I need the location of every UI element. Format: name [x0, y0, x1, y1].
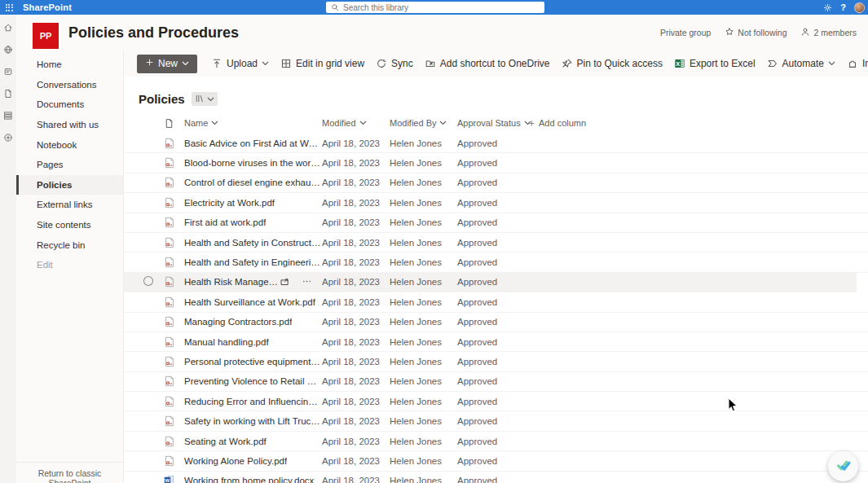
- modified-by-cell[interactable]: Helen Jones: [390, 158, 457, 168]
- settings-gear-icon[interactable]: [823, 3, 832, 12]
- modified-by-cell[interactable]: Helen Jones: [390, 138, 457, 148]
- file-name-cell[interactable]: First aid at work.pdf: [179, 217, 322, 227]
- modified-by-cell[interactable]: Helen Jones: [390, 257, 457, 267]
- file-name-cell[interactable]: Working Alone Policy.pdf: [179, 456, 322, 466]
- table-row[interactable]: Manual handling.pdf April 18, 2023 Helen…: [124, 332, 868, 352]
- sidebar-item-external-links[interactable]: External links: [16, 195, 123, 215]
- modified-by-cell[interactable]: Helen Jones: [390, 198, 457, 208]
- table-row[interactable]: Basic Advice on First Aid at Work.pdf Ap…: [124, 134, 868, 153]
- globe-icon[interactable]: [3, 45, 13, 55]
- table-row[interactable]: Control of diesel engine exhaust.pdf Apr…: [124, 173, 868, 193]
- members-button[interactable]: 2 members: [800, 27, 857, 38]
- file-name-cell[interactable]: Personal protective equipment at work.pd…: [179, 357, 322, 367]
- modified-by-cell[interactable]: Helen Jones: [390, 416, 457, 426]
- export-to-excel-button[interactable]: XExport to Excel: [668, 53, 761, 74]
- pin-to-quick-access-button[interactable]: Pin to Quick access: [556, 53, 668, 74]
- modified-by-cell[interactable]: Helen Jones: [390, 437, 457, 446]
- column-header-approval-status[interactable]: Approval Status: [457, 118, 528, 128]
- file-name-cell[interactable]: Managing Contractors.pdf: [179, 317, 322, 327]
- modified-by-cell[interactable]: Helen Jones: [390, 376, 457, 386]
- file-name-cell[interactable]: Working from home policy.docx: [179, 476, 322, 483]
- table-row[interactable]: Safety in working with Lift Trucks.pdf A…: [124, 411, 868, 431]
- file-name-cell[interactable]: Manual handling.pdf: [179, 337, 322, 347]
- modified-by-cell[interactable]: Helen Jones: [390, 178, 457, 187]
- return-classic-link[interactable]: Return to classic SharePoint: [16, 462, 123, 483]
- modified-by-cell[interactable]: Helen Jones: [390, 397, 457, 406]
- table-row[interactable]: Working Alone Policy.pdf April 18, 2023 …: [124, 451, 868, 471]
- column-header-modified-by[interactable]: Modified By: [390, 118, 457, 128]
- file-name-cell[interactable]: Electricity at Work.pdf: [179, 198, 322, 208]
- upload-button[interactable]: Upload: [205, 53, 275, 74]
- table-row[interactable]: First aid at work.pdf April 18, 2023 Hel…: [124, 213, 868, 233]
- follow-button[interactable]: Not following: [725, 27, 786, 38]
- modified-by-cell[interactable]: Helen Jones: [390, 317, 457, 327]
- home-icon[interactable]: [3, 23, 13, 33]
- modified-by-cell[interactable]: Helen Jones: [390, 277, 457, 287]
- row-select-radio[interactable]: [143, 275, 154, 288]
- sidebar-item-edit[interactable]: Edit: [16, 255, 123, 275]
- sidebar-item-notebook[interactable]: Notebook: [16, 134, 123, 155]
- search-box[interactable]: [326, 2, 544, 13]
- library-view-button[interactable]: [192, 92, 218, 106]
- add-column-button[interactable]: Add column: [528, 118, 868, 128]
- modified-by-cell[interactable]: Helen Jones: [390, 337, 457, 347]
- help-icon[interactable]: ?: [840, 0, 846, 15]
- library-icon[interactable]: [3, 111, 13, 121]
- file-name-cell[interactable]: Basic Advice on First Aid at Work.pdf: [179, 138, 322, 148]
- file-name-cell[interactable]: Blood-borne viruses in the workplace.pdf: [179, 158, 322, 168]
- column-header-name[interactable]: Name: [179, 118, 322, 128]
- file-name-cell[interactable]: Seating at Work.pdf: [179, 437, 322, 446]
- file-name-cell[interactable]: Control of diesel engine exhaust.pdf: [179, 178, 322, 187]
- edit-in-grid-view-button[interactable]: Edit in grid view: [275, 53, 370, 74]
- site-title[interactable]: Policies and Procedures: [68, 24, 239, 42]
- file-name-cell[interactable]: Preventing Violence to Retail Staff.pdf: [179, 376, 322, 386]
- table-row[interactable]: Seating at Work.pdf April 18, 2023 Helen…: [124, 432, 868, 451]
- sidebar-item-shared-with-us[interactable]: Shared with us: [16, 115, 123, 135]
- sidebar-item-recycle-bin[interactable]: Recycle bin: [16, 235, 123, 255]
- table-row[interactable]: Electricity at Work.pdf April 18, 2023 H…: [124, 193, 868, 213]
- table-row[interactable]: Health Risk Management.pdf April 18, 202…: [124, 273, 857, 292]
- table-row[interactable]: Managing Contractors.pdf April 18, 2023 …: [124, 313, 868, 332]
- table-row[interactable]: W Working from home policy.docx April 18…: [124, 472, 868, 483]
- suite-app-name[interactable]: SharePoint: [23, 2, 72, 12]
- sidebar-item-documents[interactable]: Documents: [16, 94, 123, 115]
- search-input[interactable]: [343, 3, 540, 12]
- file-name-cell[interactable]: Health Surveillance at Work.pdf: [179, 297, 322, 307]
- column-header-modified[interactable]: Modified: [322, 118, 390, 128]
- modified-by-cell[interactable]: Helen Jones: [390, 297, 457, 307]
- add-shortcut-to-onedrive-button[interactable]: Add shortcut to OneDrive: [419, 53, 556, 74]
- new-button[interactable]: New: [137, 55, 197, 73]
- sidebar-item-policies[interactable]: Policies: [16, 175, 123, 195]
- feedback-float-button[interactable]: [828, 451, 858, 481]
- modified-by-cell[interactable]: Helen Jones: [390, 456, 457, 466]
- integrate-button[interactable]: Integrate: [841, 53, 868, 74]
- user-avatar[interactable]: [854, 2, 865, 13]
- table-row[interactable]: Personal protective equipment at work.pd…: [124, 352, 868, 371]
- sidebar-item-conversations[interactable]: Conversations: [16, 75, 123, 95]
- file-name-cell[interactable]: Health and Safety in Engineering Worksho…: [179, 257, 322, 267]
- automate-button[interactable]: Automate: [761, 53, 841, 74]
- table-row[interactable]: Health and Safety in Engineering Worksho…: [124, 252, 868, 272]
- site-logo-tile[interactable]: PP: [33, 23, 59, 49]
- table-row[interactable]: Blood-borne viruses in the workplace.pdf…: [124, 153, 868, 173]
- file-name-cell[interactable]: Health and Safety in Construction.pdf: [179, 238, 322, 248]
- row-more-actions-icon[interactable]: [302, 276, 312, 288]
- sync-button[interactable]: Sync: [370, 53, 419, 74]
- share-icon[interactable]: [280, 276, 290, 288]
- app-launcher-waffle-icon[interactable]: [0, 0, 18, 15]
- file-type-column-header[interactable]: [158, 118, 179, 129]
- file-icon[interactable]: [3, 89, 13, 99]
- modified-by-cell[interactable]: Helen Jones: [390, 476, 457, 483]
- sidebar-item-pages[interactable]: Pages: [16, 155, 123, 175]
- file-name-cell[interactable]: Safety in working with Lift Trucks.pdf: [179, 416, 322, 426]
- sidebar-item-site-contents[interactable]: Site contents: [16, 215, 123, 235]
- sidebar-item-home[interactable]: Home: [16, 55, 123, 75]
- modified-by-cell[interactable]: Helen Jones: [390, 357, 457, 367]
- sites-icon[interactable]: [3, 67, 13, 77]
- plus-circle-icon[interactable]: [3, 133, 13, 143]
- table-row[interactable]: Reducing Error and Influencing Behaviour…: [124, 392, 868, 411]
- modified-by-cell[interactable]: Helen Jones: [390, 217, 457, 227]
- table-row[interactable]: Health and Safety in Construction.pdf Ap…: [124, 233, 868, 252]
- modified-by-cell[interactable]: Helen Jones: [390, 238, 457, 248]
- table-row[interactable]: Health Surveillance at Work.pdf April 18…: [124, 292, 868, 312]
